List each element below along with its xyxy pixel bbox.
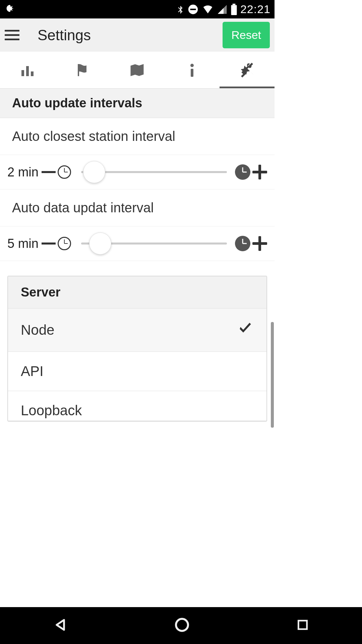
section-auto-update: Auto update intervals [0,89,275,118]
menu-button[interactable] [5,27,21,43]
server-option-api[interactable]: API [8,352,266,391]
plus-icon[interactable] [252,236,267,251]
plus-icon[interactable] [252,165,267,179]
bluetooth-icon [176,3,185,15]
clock-filled-icon[interactable] [235,164,250,180]
tab-info[interactable] [165,52,220,88]
tab-tools[interactable] [220,52,275,88]
server-option-label: API [21,363,44,379]
tab-flag[interactable] [55,52,110,88]
svg-rect-8 [191,69,193,77]
app-bar: Settings Reset [0,18,275,52]
reset-button[interactable]: Reset [223,22,270,48]
server-option-label: Node [21,322,54,338]
server-header: Server [8,276,266,309]
slider-track-2[interactable] [81,243,227,245]
clock-outline-icon[interactable] [58,237,71,250]
page-title: Settings [38,27,223,44]
server-option-label: Loopback [21,402,82,419]
slider-value-2: 5 min [7,236,41,251]
svg-rect-6 [31,71,34,76]
minus-icon [42,243,56,245]
svg-rect-2 [231,5,237,15]
wifi-icon [201,4,214,15]
svg-rect-3 [233,4,236,5]
scrollbar[interactable] [271,322,274,428]
battery-icon [230,4,238,15]
setting-data-update-label: Auto data updat interval [0,190,275,226]
slider-data-update: 5 min [0,226,275,261]
svg-rect-4 [21,70,24,76]
slider-closest-station: 2 min [0,155,275,190]
status-clock: 22:21 [240,3,270,16]
svg-rect-5 [26,66,29,76]
slider-thumb-2[interactable] [89,232,111,255]
tab-map[interactable] [110,52,165,88]
clock-outline-icon[interactable] [58,165,71,179]
server-card: Server Node API Loopback [7,276,267,422]
minus-icon [42,171,56,173]
android-status-bar: 22:21 [0,0,275,18]
cell-signal-icon [217,4,228,15]
tab-stats[interactable] [0,52,55,88]
slider-track-1[interactable] [81,171,227,173]
dnd-icon [187,4,199,15]
clock-filled-icon[interactable] [235,236,250,251]
server-option-node[interactable]: Node [8,309,266,352]
svg-point-7 [190,64,194,67]
tab-bar [0,52,275,89]
check-icon [237,320,254,340]
setting-closest-station-label: Auto closest station interval [0,118,275,155]
svg-rect-1 [190,8,196,10]
server-option-loopback[interactable]: Loopback [8,391,266,421]
weather-icon [4,3,16,15]
slider-thumb-1[interactable] [83,161,105,183]
slider-value-1: 2 min [7,165,41,179]
